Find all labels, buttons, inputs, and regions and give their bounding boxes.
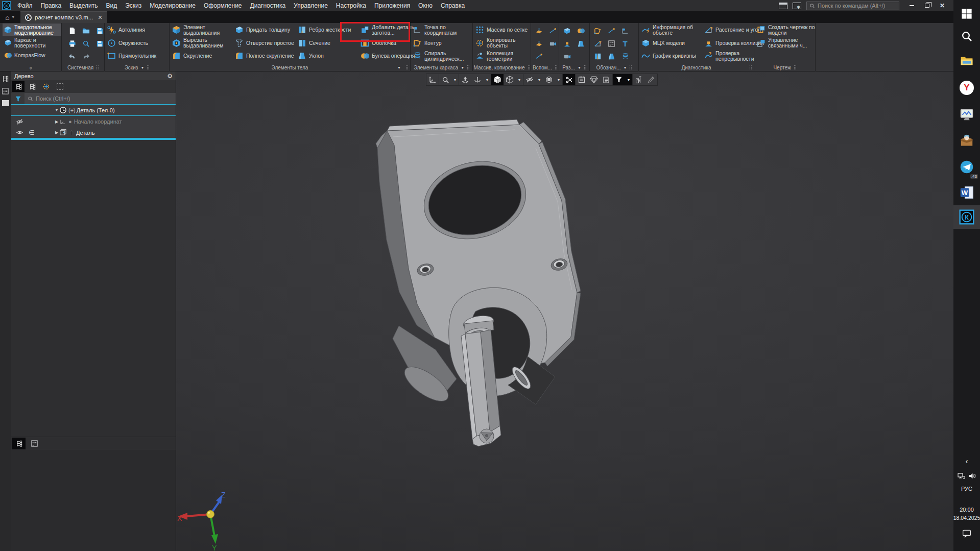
part-model[interactable]: X Z Y: [176, 71, 953, 551]
section-view-icon[interactable]: [543, 74, 555, 85]
expander-closed-icon[interactable]: ▶: [54, 119, 59, 124]
language-indicator[interactable]: РУС: [953, 484, 980, 493]
preview-button[interactable]: [80, 38, 92, 50]
cut-extrude-button[interactable]: Вырезать выдавливанием: [172, 37, 232, 50]
clock-date[interactable]: 18.04.2025: [953, 514, 980, 522]
mass-properties-button[interactable]: МЦХ модели: [641, 37, 701, 50]
aux-camera-button[interactable]: [546, 38, 559, 50]
parameters-panel-tab-icon[interactable]: [2, 87, 10, 95]
tray-status-icons[interactable]: [953, 471, 980, 481]
telegram-icon[interactable]: .43: [953, 156, 980, 178]
spiral-button[interactable]: Спираль цилиндрическ...: [413, 50, 473, 62]
menu-applications[interactable]: Приложения: [370, 0, 414, 11]
coordinate-system-icon[interactable]: [426, 74, 439, 85]
snap-settings-icon[interactable]: [563, 74, 575, 85]
network-icon[interactable]: [958, 472, 966, 480]
chevron-down-icon[interactable]: ▼: [536, 74, 543, 85]
notation-leader-button[interactable]: [605, 25, 617, 37]
command-search-input[interactable]: Поиск по командам (Alt+/): [806, 2, 899, 10]
aux-plane2-button[interactable]: [533, 38, 545, 50]
mode-kompasflow[interactable]: KompasFlow: [3, 49, 61, 62]
menu-layout[interactable]: Оформление: [200, 0, 246, 11]
menu-modeling[interactable]: Моделирование: [146, 0, 200, 11]
panel-grip[interactable]: [584, 65, 586, 70]
redo-button[interactable]: [80, 51, 92, 62]
layout-disc2-button[interactable]: [575, 38, 587, 50]
window-layout-icon[interactable]: [779, 3, 787, 9]
hide-objects-icon[interactable]: [523, 74, 536, 85]
filter-icon[interactable]: [613, 74, 625, 85]
panel-grip[interactable]: [96, 65, 99, 70]
tree-structure-view-button[interactable]: [12, 81, 25, 92]
layout-fan-button[interactable]: [561, 38, 573, 50]
eyedropper-icon[interactable]: [645, 74, 657, 85]
notification-center-icon[interactable]: [953, 527, 980, 539]
shaded-display-icon[interactable]: [491, 74, 504, 85]
zoom-tool-icon[interactable]: [439, 74, 451, 85]
chevron-down-icon[interactable]: ▼: [451, 74, 459, 85]
notation-text-button[interactable]: Т: [619, 38, 631, 50]
wireframe-display-icon[interactable]: [504, 74, 516, 85]
menu-help[interactable]: Справка: [437, 0, 469, 11]
menu-select[interactable]: Выделить: [65, 0, 102, 11]
minimize-button[interactable]: [904, 1, 919, 11]
sketch-grid-icon[interactable]: [576, 74, 588, 85]
speaker-icon[interactable]: [968, 472, 976, 480]
panel-grip[interactable]: [467, 65, 469, 70]
expander-closed-icon[interactable]: ▶: [54, 130, 59, 135]
tree-row-root[interactable]: ▼ (+) Деталь (Тел-0): [11, 105, 176, 116]
home-button[interactable]: ⌂▼: [0, 11, 20, 23]
monitoring-app-icon[interactable]: [953, 104, 980, 126]
tree-tab-icon[interactable]: [12, 438, 26, 449]
fillet-button[interactable]: Скругление: [172, 50, 232, 62]
kompas-taskbar-icon[interactable]: [953, 205, 980, 229]
tree-filter-funnel-icon[interactable]: [11, 93, 25, 104]
curvature-graph-button[interactable]: График кривизны: [641, 50, 701, 62]
simple-hole-button[interactable]: Отверстие простое: [235, 37, 295, 50]
undo-button[interactable]: [66, 51, 78, 62]
aux-plane-button[interactable]: [533, 25, 545, 37]
boxed-character-app-icon[interactable]: [953, 130, 980, 152]
contour-button[interactable]: Контур: [413, 37, 473, 50]
chevron-down-icon[interactable]: ▼: [516, 74, 523, 85]
viewport-3d[interactable]: X Z Y ▼ ▼ ▼ ▼ ▼ ▼: [176, 71, 953, 551]
restore-button[interactable]: [920, 1, 934, 11]
tree-relations-button[interactable]: [40, 81, 52, 92]
file-explorer-icon[interactable]: [953, 51, 980, 70]
extrude-button[interactable]: Элемент выдавливания: [172, 23, 232, 36]
chevron-down-icon[interactable]: ▼: [555, 74, 562, 85]
report-icon[interactable]: [600, 74, 612, 85]
interface-settings-icon[interactable]: [793, 3, 801, 9]
menu-edit[interactable]: Правка: [37, 0, 66, 11]
tree-row-origin[interactable]: ▶ ● Начало координат: [11, 116, 176, 127]
aux-axis-button[interactable]: [546, 25, 559, 37]
measure-icon[interactable]: [633, 74, 645, 85]
tree-selection-button[interactable]: [54, 81, 66, 92]
orientation-icon[interactable]: [459, 74, 471, 85]
object-info-button[interactable]: Информация об объекте: [641, 23, 701, 36]
circle-button[interactable]: Окружность: [107, 37, 169, 50]
notation-mark-button[interactable]: [619, 25, 631, 37]
tree-search-input[interactable]: Поиск (Ctrl+/): [25, 93, 176, 104]
point-by-coords-button[interactable]: Точка по координатам: [413, 23, 473, 36]
print-button[interactable]: [66, 38, 78, 50]
notation-flag-button[interactable]: [591, 51, 604, 62]
notation-datum-button[interactable]: [591, 38, 604, 50]
create-drawing-button[interactable]: Создать чертеж по модели: [757, 23, 817, 36]
chevron-down-icon[interactable]: ▼: [624, 66, 627, 69]
active-document-tab[interactable]: К расчет компас v3.m... ✕: [20, 11, 107, 23]
manage-linked-button[interactable]: Управление связанными ч...: [757, 37, 817, 50]
word-icon[interactable]: [953, 182, 980, 203]
menu-sketch[interactable]: Эскиз: [121, 0, 146, 11]
autoline-button[interactable]: Автолиния: [107, 23, 169, 36]
grid-array-button[interactable]: Массив по сетке: [475, 23, 535, 36]
close-button[interactable]: ✕: [935, 1, 949, 11]
tree-sequence-view-button[interactable]: [26, 81, 38, 92]
rib-button[interactable]: Ребро жесткости: [298, 23, 357, 36]
layout-disc-button[interactable]: [575, 25, 587, 37]
copy-objects-button[interactable]: Копировать объекты: [475, 37, 535, 50]
yandex-browser-icon[interactable]: Y: [953, 78, 980, 98]
tray-expand-chevron[interactable]: ‹: [953, 456, 980, 466]
notation-arrow-button[interactable]: [605, 51, 617, 62]
mode-solid-modeling[interactable]: Твердотельное моделирование: [3, 23, 61, 36]
